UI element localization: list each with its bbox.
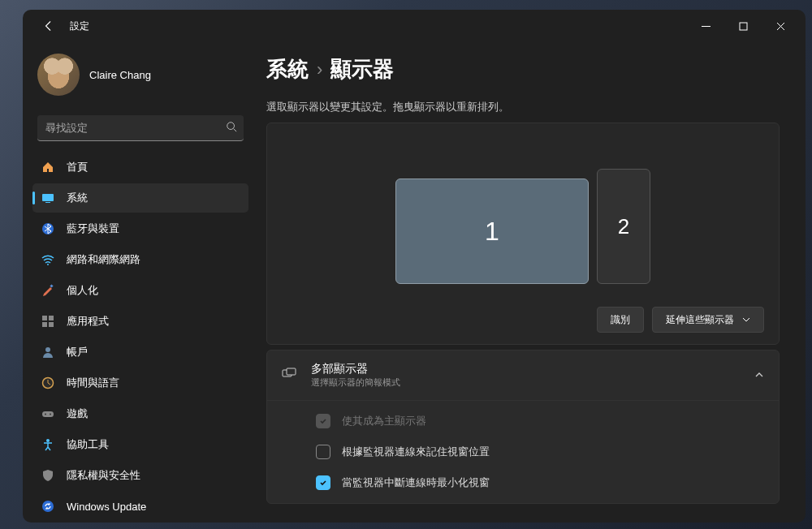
profile-block[interactable]: Claire Chang bbox=[32, 49, 248, 105]
sidebar-item-privacy[interactable]: 隱私權與安全性 bbox=[32, 461, 248, 490]
checkbox-icon[interactable] bbox=[316, 475, 330, 490]
card-title: 多部顯示器 bbox=[311, 362, 741, 376]
svg-point-14 bbox=[45, 414, 46, 415]
sidebar-item-label: 協助工具 bbox=[67, 437, 109, 452]
multiple-displays-card: 多部顯示器 選擇顯示器的簡報模式 使其成為主顯示器 bbox=[266, 350, 780, 504]
card-header[interactable]: 多部顯示器 選擇顯示器的簡報模式 bbox=[267, 351, 779, 400]
svg-rect-2 bbox=[42, 194, 54, 201]
settings-window: 設定 Claire Chang bbox=[23, 10, 806, 523]
svg-point-5 bbox=[47, 264, 49, 265]
svg-rect-10 bbox=[49, 322, 54, 327]
profile-name: Claire Chang bbox=[89, 69, 151, 81]
accounts-icon bbox=[41, 345, 55, 359]
update-icon bbox=[41, 499, 55, 514]
sidebar-item-accessibility[interactable]: 協助工具 bbox=[32, 430, 248, 459]
clock-icon bbox=[41, 376, 55, 390]
close-button[interactable] bbox=[762, 13, 799, 39]
checkbox-icon bbox=[316, 414, 330, 428]
chevron-down-icon bbox=[742, 316, 750, 324]
back-button[interactable] bbox=[37, 15, 60, 37]
app-title: 設定 bbox=[70, 19, 89, 33]
sidebar-item-personalization[interactable]: 個人化 bbox=[32, 276, 248, 305]
svg-rect-0 bbox=[740, 23, 747, 30]
card-subtitle: 選擇顯示器的簡報模式 bbox=[311, 376, 741, 389]
option-minimize-on-disconnect[interactable]: 當監視器中斷連線時最小化視窗 bbox=[267, 467, 779, 498]
sidebar-item-label: Windows Update bbox=[67, 501, 146, 513]
option-label: 使其成為主顯示器 bbox=[342, 414, 426, 428]
home-icon bbox=[41, 160, 55, 174]
sidebar-item-accounts[interactable]: 帳戶 bbox=[32, 338, 248, 367]
chevron-right-icon: › bbox=[317, 59, 322, 80]
content-body: Claire Chang 首頁 系統 bbox=[23, 42, 806, 523]
profile-info: Claire Chang bbox=[89, 69, 151, 81]
sidebar-item-bluetooth[interactable]: 藍牙與裝置 bbox=[32, 214, 248, 243]
breadcrumb-parent[interactable]: 系統 bbox=[266, 55, 309, 84]
svg-rect-13 bbox=[42, 411, 54, 417]
arrow-left-icon bbox=[43, 20, 54, 32]
svg-point-16 bbox=[46, 439, 50, 442]
section-hint: 選取顯示器以變更其設定。拖曳顯示器以重新排列。 bbox=[266, 100, 780, 114]
option-remember-windows[interactable]: 根據監視器連線來記住視窗位置 bbox=[267, 437, 779, 467]
svg-point-17 bbox=[42, 501, 54, 512]
shield-icon bbox=[41, 468, 55, 483]
svg-rect-8 bbox=[49, 316, 54, 320]
displays-icon bbox=[282, 367, 298, 385]
sidebar-item-home[interactable]: 首頁 bbox=[32, 153, 248, 182]
sidebar-item-time[interactable]: 時間與語言 bbox=[32, 368, 248, 398]
sidebar-item-label: 首頁 bbox=[67, 160, 88, 174]
identify-button[interactable]: 識別 bbox=[597, 307, 644, 333]
search-wrap bbox=[37, 115, 244, 141]
sidebar-item-label: 遊戲 bbox=[67, 406, 88, 421]
option-label: 根據監視器連線來記住視窗位置 bbox=[342, 445, 490, 459]
sidebar-item-system[interactable]: 系統 bbox=[32, 183, 248, 213]
sidebar-item-apps[interactable]: 應用程式 bbox=[32, 307, 248, 336]
apps-icon bbox=[41, 314, 55, 329]
svg-rect-7 bbox=[42, 316, 47, 320]
card-titles: 多部顯示器 選擇顯示器的簡報模式 bbox=[311, 362, 741, 389]
close-icon bbox=[776, 22, 785, 31]
network-icon bbox=[41, 252, 55, 267]
avatar bbox=[37, 54, 80, 96]
monitor-canvas[interactable]: 1 2 bbox=[282, 148, 764, 284]
bluetooth-icon bbox=[41, 221, 55, 236]
sidebar-item-label: 系統 bbox=[67, 191, 88, 205]
svg-rect-19 bbox=[287, 368, 296, 375]
sidebar-item-label: 帳戶 bbox=[67, 345, 88, 359]
sidebar-item-update[interactable]: Windows Update bbox=[32, 492, 248, 521]
nav-list: 首頁 系統 藍牙與裝置 網路和網際網路 個人化 bbox=[32, 153, 248, 521]
sidebar-item-network[interactable]: 網路和網際網路 bbox=[32, 245, 248, 274]
sidebar-item-label: 隱私權與安全性 bbox=[67, 468, 140, 483]
svg-rect-6 bbox=[50, 284, 53, 287]
minimize-button[interactable] bbox=[687, 13, 724, 39]
paint-icon bbox=[41, 283, 55, 298]
sidebar-item-label: 藍牙與裝置 bbox=[67, 221, 119, 236]
display-mode-dropdown[interactable]: 延伸這些顯示器 bbox=[652, 307, 764, 333]
sidebar-item-gaming[interactable]: 遊戲 bbox=[32, 399, 248, 428]
maximize-icon bbox=[739, 22, 748, 31]
system-icon bbox=[41, 191, 55, 205]
monitor-1[interactable]: 1 bbox=[395, 178, 589, 284]
breadcrumb: 系統 › 顯示器 bbox=[266, 55, 780, 84]
search-input[interactable] bbox=[37, 115, 244, 141]
window-controls bbox=[687, 13, 799, 39]
sidebar-item-label: 網路和網際網路 bbox=[67, 252, 140, 267]
svg-rect-3 bbox=[45, 202, 50, 203]
titlebar: 設定 bbox=[23, 10, 806, 42]
breadcrumb-current: 顯示器 bbox=[330, 55, 394, 84]
gaming-icon bbox=[41, 406, 55, 421]
monitor-2[interactable]: 2 bbox=[597, 169, 650, 284]
accessibility-icon bbox=[41, 437, 55, 452]
svg-point-11 bbox=[45, 347, 50, 352]
sidebar-item-label: 個人化 bbox=[67, 283, 98, 298]
chevron-up-icon bbox=[754, 368, 764, 383]
svg-rect-9 bbox=[42, 322, 47, 327]
sidebar: Claire Chang 首頁 系統 bbox=[23, 42, 258, 523]
checkbox-icon[interactable] bbox=[316, 445, 330, 459]
maximize-button[interactable] bbox=[724, 13, 762, 39]
minimize-icon bbox=[702, 22, 710, 31]
card-body: 使其成為主顯示器 根據監視器連線來記住視窗位置 當監視器中斷連線時最小化視窗 bbox=[267, 400, 779, 503]
option-label: 當監視器中斷連線時最小化視窗 bbox=[342, 475, 490, 490]
sidebar-item-label: 應用程式 bbox=[67, 314, 109, 329]
main-content: 系統 › 顯示器 選取顯示器以變更其設定。拖曳顯示器以重新排列。 1 2 識別 … bbox=[258, 42, 806, 523]
display-arrangement-box: 1 2 識別 延伸這些顯示器 bbox=[266, 123, 780, 345]
